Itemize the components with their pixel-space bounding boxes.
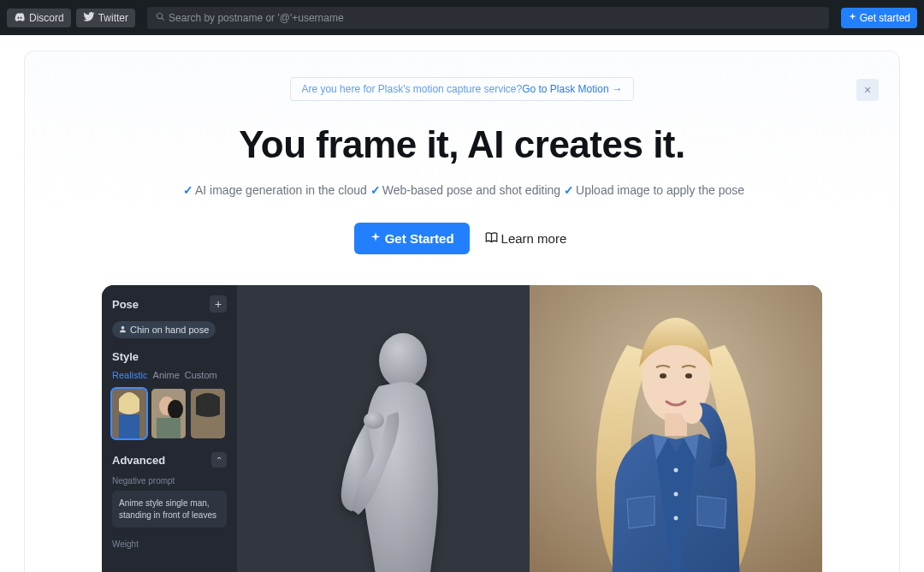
svg-point-17 — [674, 492, 678, 497]
motion-banner: Are you here for Plask's motion capture … — [59, 77, 865, 101]
sparkle-icon — [370, 231, 382, 246]
search-wrapper[interactable] — [147, 7, 829, 29]
twitter-label: Twitter — [98, 12, 128, 24]
feature-2: Web-based pose and shot editing — [382, 183, 560, 197]
svg-point-13 — [660, 373, 666, 378]
close-button[interactable]: × — [856, 79, 879, 101]
negative-prompt-input[interactable]: Anime style single man, standing in fron… — [112, 491, 227, 527]
person-icon — [119, 325, 127, 335]
add-pose-button[interactable]: + — [210, 295, 227, 313]
discord-link[interactable]: Discord — [7, 9, 71, 27]
svg-point-5 — [168, 400, 183, 419]
check-icon: ✓ — [370, 183, 381, 197]
svg-point-10 — [364, 412, 384, 429]
preview-3d-viewport[interactable] — [237, 285, 530, 572]
motion-banner-link[interactable]: Are you here for Plask's motion capture … — [290, 77, 633, 101]
get-started-label: Get Started — [385, 231, 454, 246]
learn-more-label: Learn more — [501, 231, 567, 246]
collapse-button[interactable]: ⌃ — [211, 452, 227, 468]
plus-icon: + — [215, 297, 222, 311]
svg-point-14 — [685, 373, 692, 378]
page: × Are you here for Plask's motion captur… — [0, 35, 924, 572]
hero-headline: You frame it, AI creates it. — [59, 123, 865, 166]
style-tabs: Realistic Anime Custom — [112, 370, 227, 380]
style-thumbnails — [112, 389, 227, 438]
svg-rect-6 — [157, 418, 181, 438]
close-icon: × — [864, 83, 871, 97]
pose-title: Pose — [112, 298, 139, 311]
pose-chip-label: Chin on hand pose — [130, 325, 209, 335]
banner-question: Are you here for Plask's motion capture … — [301, 83, 522, 95]
svg-point-16 — [674, 468, 678, 473]
feature-1: AI image generation in the cloud — [195, 183, 367, 197]
arrow-right-icon: → — [613, 83, 623, 95]
pose-chip[interactable]: Chin on hand pose — [112, 321, 216, 338]
feature-3: Upload image to apply the pose — [576, 183, 744, 197]
discord-label: Discord — [29, 12, 64, 24]
twitter-link[interactable]: Twitter — [76, 9, 135, 27]
chevron-up-icon: ⌃ — [216, 456, 222, 465]
discord-icon — [14, 12, 26, 24]
weight-label: Weight — [112, 539, 227, 549]
style-tab-custom[interactable]: Custom — [185, 370, 217, 380]
svg-point-18 — [674, 516, 678, 521]
advanced-section-header: Advanced ⌃ — [112, 452, 227, 468]
svg-rect-2 — [119, 414, 139, 438]
advanced-title: Advanced — [112, 454, 165, 467]
mannequin-figure — [285, 319, 482, 572]
get-started-top-label: Get started — [860, 12, 910, 24]
preview-side-panel: Pose + Chin on hand pose Style Realistic… — [102, 285, 237, 572]
pose-section-header: Pose + — [112, 295, 227, 313]
book-icon — [485, 231, 498, 246]
cta-row: Get Started Learn more — [59, 223, 865, 254]
check-icon: ✓ — [183, 183, 193, 197]
feature-row: ✓AI image generation in the cloud✓Web-ba… — [59, 183, 865, 197]
svg-point-19 — [682, 400, 702, 424]
svg-point-9 — [379, 333, 427, 388]
style-tab-realistic[interactable]: Realistic — [112, 370, 148, 380]
hero-card: × Are you here for Plask's motion captur… — [24, 51, 900, 572]
negative-prompt-label: Negative prompt — [112, 476, 227, 486]
style-thumb-1[interactable] — [112, 389, 146, 438]
style-tab-anime[interactable]: Anime — [153, 370, 180, 380]
topbar: Discord Twitter Get started — [0, 0, 924, 35]
get-started-button[interactable]: Get Started — [354, 223, 470, 254]
style-thumb-3[interactable] — [191, 389, 225, 438]
learn-more-button[interactable]: Learn more — [482, 223, 571, 254]
search-icon — [156, 12, 165, 24]
get-started-top-button[interactable]: Get started — [841, 8, 917, 28]
search-input[interactable] — [169, 12, 820, 24]
sparkle-icon — [848, 12, 857, 24]
banner-link-text: Go to Plask Motion — [522, 83, 608, 95]
style-thumb-2[interactable] — [151, 389, 186, 438]
preview-result-image — [530, 285, 822, 572]
check-icon: ✓ — [564, 183, 574, 197]
twitter-icon — [83, 12, 95, 24]
style-title: Style — [112, 350, 227, 363]
app-preview: Pose + Chin on hand pose Style Realistic… — [102, 285, 822, 572]
